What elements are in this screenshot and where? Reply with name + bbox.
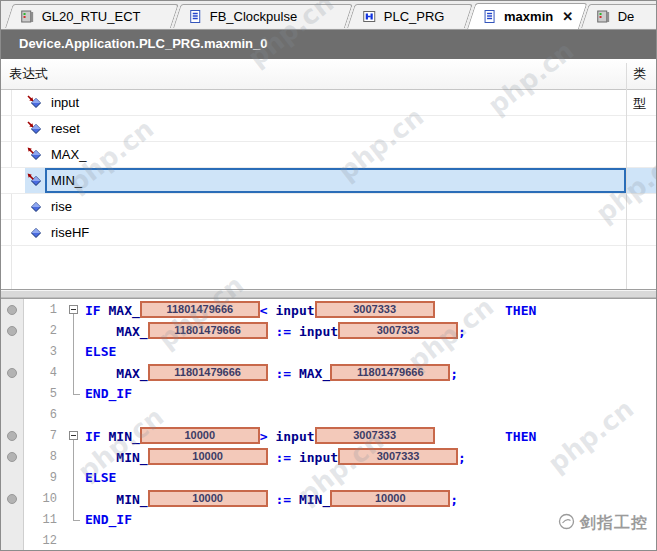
tab-maxmin[interactable]: maxmin✕ xyxy=(467,3,587,29)
breakpoint-margin[interactable] xyxy=(1,362,23,383)
line-number: 6 xyxy=(23,408,65,422)
breadcrumb: Device.Application.PLC_PRG.maxmin_0 xyxy=(1,29,657,59)
tab-de[interactable]: De xyxy=(581,4,657,28)
input-variable-icon xyxy=(27,95,45,111)
watch-row-reset[interactable]: reset xyxy=(1,116,657,142)
device-icon xyxy=(596,9,611,24)
variable-ref: MAX_ xyxy=(108,303,139,318)
code-text[interactable]: MIN_10000 := MIN_10000; xyxy=(85,490,458,507)
inline-monitor-value[interactable]: 3007333 xyxy=(338,448,458,465)
input-variable-icon xyxy=(27,121,45,137)
inline-monitor-value[interactable]: 11801479666 xyxy=(140,301,260,318)
code-token: ; xyxy=(450,366,458,381)
breakpoint-margin[interactable] xyxy=(1,446,23,467)
keyword: ELSE xyxy=(85,470,116,485)
watch-row-risehf[interactable]: riseHF xyxy=(1,220,657,246)
line-number: 8 xyxy=(23,450,65,464)
code-line-7: 7IF MIN_10000> input3007333 THEN xyxy=(1,425,657,446)
code-text[interactable]: END_IF xyxy=(85,512,132,527)
breakpoint-margin[interactable] xyxy=(1,530,23,551)
variable-name: riseHF xyxy=(51,225,89,240)
plc-ide-window: GL20_RTU_ECTFB_ClockpulsePLC_PRGmaxmin✕D… xyxy=(0,0,657,551)
code-token: := xyxy=(268,492,299,507)
tab-close-icon[interactable]: ✕ xyxy=(562,9,573,24)
code-token xyxy=(85,450,116,465)
variable-name: input xyxy=(51,95,79,110)
tab-gl20_rtu_ect[interactable]: GL20_RTU_ECT xyxy=(5,4,179,28)
breakpoint-margin[interactable] xyxy=(1,320,23,341)
inline-monitor-value[interactable]: 3007333 xyxy=(315,301,435,318)
keyword: ELSE xyxy=(85,344,116,359)
inline-monitor-value[interactable]: 11801479666 xyxy=(148,364,268,381)
code-text[interactable]: END_IF xyxy=(85,386,132,401)
code-token: ; xyxy=(450,492,458,507)
fold-bracket xyxy=(65,320,85,341)
breakpoint-margin[interactable] xyxy=(1,509,23,530)
inline-monitor-value[interactable]: 10000 xyxy=(140,427,260,444)
watermark-logo: 剑指工控 xyxy=(558,513,648,534)
line-number: 7 xyxy=(23,429,65,443)
breakpoint-margin[interactable] xyxy=(1,425,23,446)
tab-fb_clockpulse[interactable]: FB_Clockpulse xyxy=(173,4,353,28)
breakpoint-margin[interactable] xyxy=(1,341,23,362)
breakpoint-margin[interactable] xyxy=(1,404,23,425)
column-header-expression[interactable]: 表达式 xyxy=(9,59,48,89)
fold-bracket xyxy=(65,383,85,404)
fold-toggle-icon[interactable] xyxy=(65,299,85,320)
code-line-8: 8 MIN_10000 := input3007333; xyxy=(1,446,657,467)
code-text[interactable]: IF MIN_10000> input3007333 THEN xyxy=(85,427,536,444)
watch-row-rise[interactable]: rise xyxy=(1,194,657,220)
code-text[interactable]: ELSE xyxy=(85,470,116,485)
code-text[interactable]: MIN_10000 := input3007333; xyxy=(85,448,466,465)
line-number: 12 xyxy=(23,534,65,548)
breakpoint-margin[interactable] xyxy=(1,299,23,320)
device-icon xyxy=(20,9,35,24)
code-token: ; xyxy=(458,324,466,339)
code-token xyxy=(85,366,116,381)
breakpoint-margin[interactable] xyxy=(1,488,23,509)
code-token: < xyxy=(260,303,276,318)
selection-outline xyxy=(45,168,626,193)
variable-name: reset xyxy=(51,121,80,136)
code-text[interactable]: IF MAX_11801479666< input3007333 THEN xyxy=(85,301,536,318)
tab-plc_prg[interactable]: PLC_PRG xyxy=(347,4,473,28)
variable-name: rise xyxy=(51,199,72,214)
code-line-2: 2 MAX_11801479666 := input3007333; xyxy=(1,320,657,341)
breakpoint-margin[interactable] xyxy=(1,383,23,404)
variable-ref: input xyxy=(299,324,338,339)
code-line-5: 5END_IF xyxy=(1,383,657,404)
watch-row-input[interactable]: input xyxy=(1,90,657,116)
inline-monitor-value[interactable]: 10000 xyxy=(148,448,268,465)
watch-row-min_[interactable]: MIN_ xyxy=(1,168,657,194)
breakpoint-margin[interactable] xyxy=(1,467,23,488)
code-text[interactable]: MAX_11801479666 := MAX_11801479666; xyxy=(85,364,458,381)
inline-monitor-value[interactable]: 10000 xyxy=(330,490,450,507)
keyword: IF xyxy=(85,303,108,318)
code-text[interactable]: MAX_11801479666 := input3007333; xyxy=(85,322,466,339)
variable-ref: MAX_ xyxy=(116,366,147,381)
inline-monitor-value[interactable]: 10000 xyxy=(148,490,268,507)
line-number: 11 xyxy=(23,513,65,527)
line-number: 10 xyxy=(23,492,65,506)
code-line-4: 4 MAX_11801479666 := MAX_11801479666; xyxy=(1,362,657,383)
inline-monitor-value[interactable]: 11801479666 xyxy=(330,364,450,381)
output-variable-icon xyxy=(27,147,45,163)
fold-bracket xyxy=(65,446,85,467)
line-number: 9 xyxy=(23,471,65,485)
variable-ref: MIN_ xyxy=(108,429,139,444)
variable-ref: MIN_ xyxy=(116,450,147,465)
fold-toggle-icon[interactable] xyxy=(65,425,85,446)
code-token xyxy=(435,429,505,444)
variable-ref: input xyxy=(299,450,338,465)
variable-ref: input xyxy=(275,429,314,444)
inline-monitor-value[interactable]: 11801479666 xyxy=(148,322,268,339)
inline-monitor-value[interactable]: 3007333 xyxy=(315,427,435,444)
pane-splitter[interactable] xyxy=(1,289,657,299)
code-token: > xyxy=(260,429,276,444)
keyword: THEN xyxy=(505,429,536,444)
watch-row-max_[interactable]: MAX_ xyxy=(1,142,657,168)
code-line-3: 3ELSE xyxy=(1,341,657,362)
tab-label: FB_Clockpulse xyxy=(210,9,297,24)
code-text[interactable]: ELSE xyxy=(85,344,116,359)
inline-monitor-value[interactable]: 3007333 xyxy=(338,322,458,339)
